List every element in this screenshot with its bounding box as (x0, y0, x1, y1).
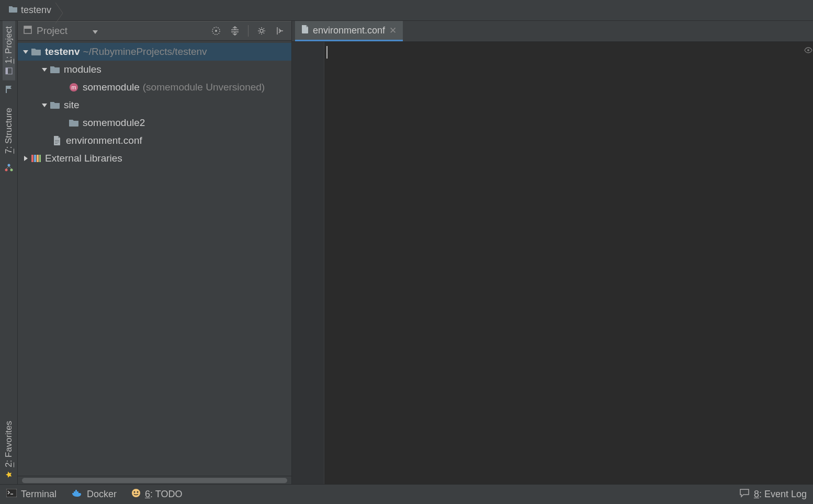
tree-item-external-libraries[interactable]: External Libraries (18, 150, 291, 167)
folder-icon (49, 100, 61, 110)
breadcrumb-root-label: testenv (21, 5, 51, 16)
editor-gutter (292, 42, 324, 484)
status-docker[interactable]: Docker (71, 489, 117, 500)
library-icon (30, 154, 42, 163)
svg-rect-15 (31, 155, 33, 162)
collapse-all-button[interactable] (229, 25, 241, 37)
eye-icon[interactable] (804, 46, 812, 55)
rail-tab-project[interactable]: 1: Project (3, 21, 15, 81)
editor-area: environment.conf ✕ (292, 21, 813, 484)
breadcrumb: testenv (0, 0, 813, 21)
tree-item-somemodule2[interactable]: somemodule2 (18, 114, 291, 132)
svg-text:m: m (71, 84, 76, 90)
tree-item-root[interactable]: testenv ~/RubymineProjects/testenv (18, 43, 291, 61)
tree-root-name: testenv (45, 46, 80, 58)
svg-rect-17 (37, 155, 39, 162)
editor-tabs: environment.conf ✕ (292, 21, 813, 42)
docker-icon (71, 489, 83, 500)
breadcrumb-root[interactable]: testenv (4, 3, 55, 18)
chat-icon (739, 488, 750, 500)
tree-item-envfile[interactable]: environment.conf (18, 132, 291, 150)
text-cursor (326, 46, 328, 59)
rail-tab-structure[interactable]: 7: Structure (3, 102, 15, 159)
panel-icon (23, 25, 32, 37)
tree-item-modules[interactable]: modules (18, 61, 291, 78)
svg-rect-1 (6, 68, 8, 74)
svg-rect-6 (24, 26, 31, 29)
close-tab-button[interactable]: ✕ (389, 25, 397, 36)
status-terminal-label: Terminal (21, 489, 57, 500)
editor-tab-label: environment.conf (313, 25, 385, 36)
expand-arrow-icon[interactable] (40, 66, 49, 73)
tree-item-somemodule[interactable]: m somemodule (somemodule Unversioned) (18, 78, 291, 96)
status-bar: Terminal Docker 6: TODO 8: Event Log (0, 484, 813, 504)
editor-tab-envconf[interactable]: environment.conf ✕ (295, 21, 403, 41)
svg-point-21 (132, 489, 140, 497)
gear-button[interactable] (256, 25, 267, 37)
separator (248, 25, 249, 37)
svg-rect-18 (39, 155, 41, 162)
left-tool-rail: 1: Project 7: Structure 2: Favorites (0, 21, 18, 484)
svg-rect-12 (55, 140, 59, 141)
project-icon (5, 67, 13, 75)
project-view-label: Project (37, 25, 67, 37)
status-todo[interactable]: 6: TODO (131, 488, 182, 500)
chevron-down-icon (93, 25, 98, 37)
svg-point-2 (7, 164, 10, 166)
tree-somemodule-name: somemodule (83, 82, 140, 93)
rail-tab-favorites[interactable]: 2: Favorites (3, 416, 15, 484)
tree-modules-name: modules (64, 64, 101, 75)
tree-item-site[interactable]: site (18, 96, 291, 114)
project-panel-header: Project (18, 21, 291, 41)
rail-tab-structure-label: 7: Structure (4, 108, 14, 154)
svg-point-22 (134, 491, 136, 493)
expand-arrow-icon[interactable] (40, 102, 49, 108)
rail-tab-project-label: 1: Project (4, 26, 14, 64)
svg-rect-13 (55, 142, 59, 142)
folder-icon (30, 47, 42, 56)
tree-external-name: External Libraries (45, 153, 122, 164)
status-docker-label: Docker (87, 489, 117, 500)
rail-hierarchy-icon[interactable] (0, 159, 18, 177)
scroll-thumb[interactable] (22, 478, 287, 483)
tree-somemodule2-name: somemodule2 (83, 117, 145, 129)
hide-button[interactable] (275, 25, 286, 37)
star-icon (5, 471, 13, 479)
rail-tab-favorites-label: 2: Favorites (4, 421, 14, 467)
status-terminal[interactable]: Terminal (6, 489, 57, 500)
folder-icon (49, 65, 61, 74)
breadcrumb-separator-icon (55, 3, 65, 24)
project-tree[interactable]: testenv ~/RubymineProjects/testenv modul… (18, 41, 291, 476)
svg-point-19 (807, 49, 809, 51)
expand-arrow-icon[interactable] (21, 49, 30, 55)
rail-flag-icon[interactable] (0, 81, 18, 98)
svg-point-8 (215, 30, 217, 32)
collapse-arrow-icon[interactable] (21, 155, 30, 162)
tree-site-name: site (64, 99, 80, 111)
editor-right-gutter (804, 42, 813, 484)
svg-point-4 (10, 168, 13, 171)
svg-point-3 (5, 168, 7, 171)
locate-button[interactable] (210, 25, 222, 37)
project-view-selector[interactable]: Project (23, 25, 98, 37)
status-eventlog-label: 8: Event Log (754, 489, 807, 500)
terminal-icon (6, 489, 17, 500)
svg-rect-20 (6, 489, 17, 497)
horizontal-scrollbar[interactable] (18, 476, 291, 484)
tree-root-path: ~/RubymineProjects/testenv (83, 46, 207, 58)
editor-body[interactable] (292, 42, 813, 484)
folder-icon (68, 118, 80, 128)
svg-rect-14 (55, 143, 58, 144)
tree-somemodule-hint: (somemodule Unversioned) (143, 82, 265, 93)
todo-icon (131, 488, 141, 500)
project-panel: Project (18, 21, 292, 484)
tree-envfile-name: environment.conf (66, 135, 142, 146)
folder-icon (8, 5, 18, 16)
file-icon (51, 136, 63, 145)
status-event-log[interactable]: 8: Event Log (739, 488, 807, 500)
status-todo-label: 6: TODO (145, 489, 182, 500)
editor-text-area[interactable] (324, 42, 804, 484)
module-icon: m (68, 83, 80, 92)
svg-rect-16 (34, 155, 36, 162)
svg-point-23 (137, 491, 139, 493)
